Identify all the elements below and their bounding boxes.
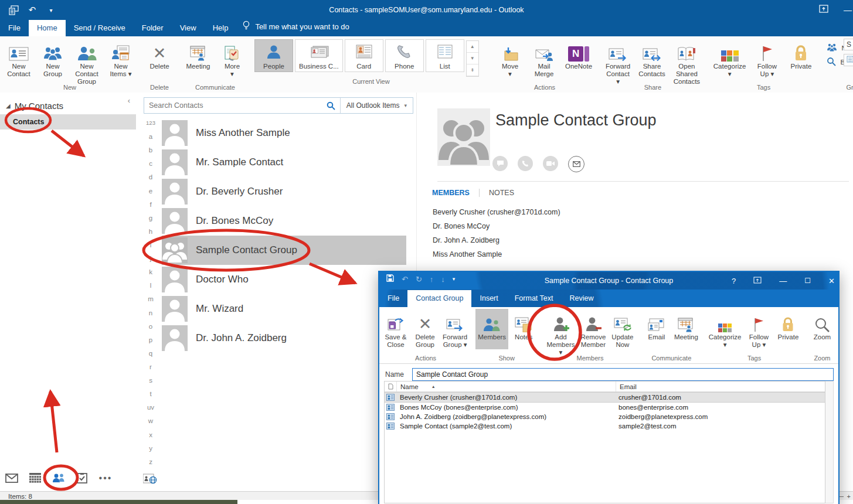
follow-up-button[interactable]: Follow Up ▾ bbox=[750, 38, 783, 79]
share-contacts-button[interactable]: Share Contacts bbox=[635, 38, 668, 79]
undo-icon[interactable]: ↶ bbox=[402, 275, 408, 284]
dialog-tab-format-text[interactable]: Format Text bbox=[507, 290, 562, 307]
tab-members[interactable]: MEMBERS bbox=[429, 188, 473, 198]
open-shared-contacts-button[interactable]: Open Shared Contacts bbox=[670, 38, 704, 79]
delete-group-button[interactable]: ✕ Delete Group bbox=[411, 309, 439, 349]
alphabet-index-x[interactable]: x bbox=[149, 431, 152, 438]
new-group-button[interactable]: New Group bbox=[36, 38, 69, 79]
categorize-button-dialog[interactable]: Categorize ▾ bbox=[706, 309, 744, 349]
private-button-dialog[interactable]: Private bbox=[774, 309, 802, 349]
delete-button[interactable]: ✕ Delete bbox=[143, 38, 176, 79]
tell-me-box[interactable]: Tell me what you want to do bbox=[236, 21, 355, 36]
video-icon[interactable] bbox=[543, 156, 558, 171]
dialog-tab-insert[interactable]: Insert bbox=[471, 290, 506, 307]
ribbon-display-options-icon[interactable] bbox=[753, 277, 762, 285]
name-column-header[interactable]: Name ▲ bbox=[397, 382, 616, 391]
more-button[interactable]: More ▾ bbox=[216, 38, 249, 79]
dialog-tab-contact-group[interactable]: Contact Group bbox=[407, 290, 471, 307]
tab-home[interactable]: Home bbox=[29, 20, 66, 36]
view-phone[interactable]: Phone bbox=[385, 39, 424, 72]
collapse-folder-pane-icon[interactable]: ‹ bbox=[128, 96, 130, 105]
alphabet-index-m[interactable]: m bbox=[148, 295, 154, 302]
alphabet-index-q[interactable]: q bbox=[149, 350, 152, 357]
member-item[interactable]: Beverly Crusher (crusher@1701d.com) bbox=[433, 205, 560, 219]
dialog-tab-file[interactable]: File bbox=[379, 290, 407, 307]
alphabet-index-a[interactable]: a bbox=[149, 133, 152, 140]
customize-qat-icon[interactable]: ▾ bbox=[46, 5, 56, 15]
search-icon[interactable] bbox=[322, 101, 340, 110]
move-button[interactable]: Move ▾ bbox=[494, 38, 526, 79]
alphabet-index-i[interactable]: i bbox=[150, 241, 152, 248]
alphabet-index-s[interactable]: s bbox=[149, 377, 152, 384]
alphabet-index-123[interactable]: 123 bbox=[146, 120, 155, 127]
email-button[interactable]: Email bbox=[643, 309, 671, 349]
alphabet-index-w[interactable]: w bbox=[148, 417, 153, 424]
gallery-scroll-up[interactable]: ▲ bbox=[467, 41, 478, 53]
update-now-button[interactable]: Update Now bbox=[609, 309, 637, 349]
call-icon[interactable] bbox=[518, 156, 533, 171]
group-name-input[interactable] bbox=[412, 368, 834, 381]
alphabet-index-f[interactable]: f bbox=[149, 201, 151, 208]
add-members-button[interactable]: Add Members ▾ bbox=[543, 309, 578, 349]
member-table-row[interactable]: Bones McCoy (bones@enterprise.com)bones@… bbox=[385, 403, 825, 412]
private-button[interactable]: Private bbox=[784, 38, 817, 79]
alphabet-index-c[interactable]: c bbox=[149, 160, 152, 167]
minimize-button[interactable]: — bbox=[844, 5, 852, 15]
chat-icon[interactable] bbox=[492, 156, 508, 171]
search-people-partial-button[interactable]: S bbox=[844, 39, 853, 50]
qat-window-icon[interactable] bbox=[8, 5, 19, 15]
notes-show-button[interactable]: Notes bbox=[509, 309, 538, 349]
alphabet-index-r[interactable]: r bbox=[149, 363, 152, 370]
tab-folder[interactable]: Folder bbox=[134, 20, 172, 36]
new-contact-group-button[interactable]: New Contact Group bbox=[70, 38, 103, 79]
minimize-button[interactable]: — bbox=[779, 277, 787, 285]
categorize-button[interactable]: Categorize ▾ bbox=[710, 38, 750, 79]
zoom-slider-partial[interactable]: + bbox=[838, 493, 851, 500]
contact-search-globe-icon[interactable] bbox=[143, 474, 157, 486]
ribbon-display-options-icon[interactable] bbox=[819, 5, 828, 15]
alphabet-index-k[interactable]: k bbox=[149, 268, 152, 275]
address-book-partial-icon[interactable] bbox=[844, 54, 853, 66]
alphabet-index-h[interactable]: h bbox=[149, 228, 152, 235]
close-button[interactable]: ✕ bbox=[828, 277, 835, 285]
view-list[interactable]: List bbox=[426, 39, 464, 72]
nav-tasks-icon[interactable] bbox=[70, 473, 94, 483]
next-item-icon[interactable]: ↓ bbox=[441, 275, 445, 284]
alphabet-index-l[interactable]: l bbox=[150, 282, 152, 289]
alphabet-index-n[interactable]: n bbox=[149, 309, 152, 316]
onenote-button[interactable]: N OneNote bbox=[562, 38, 596, 79]
nav-mail-icon[interactable] bbox=[0, 474, 23, 483]
mail-merge-button[interactable]: Mail Merge bbox=[528, 38, 560, 79]
alphabet-index-j[interactable]: j bbox=[150, 255, 152, 262]
alphabet-index-d[interactable]: d bbox=[149, 173, 152, 181]
previous-item-icon[interactable]: ↑ bbox=[430, 275, 434, 284]
gallery-scroll-down[interactable]: ▼ bbox=[467, 53, 478, 64]
contact-list-item[interactable]: Miss Another Sample bbox=[162, 118, 416, 148]
members-show-button[interactable]: Members bbox=[475, 309, 508, 349]
nav-calendar-icon[interactable] bbox=[23, 473, 47, 483]
alphabet-index-b[interactable]: b bbox=[149, 147, 152, 154]
customize-qat-icon[interactable]: ▾ bbox=[453, 276, 456, 282]
contact-list-item[interactable]: Mr. Sample Contact bbox=[162, 148, 416, 177]
follow-up-button-dialog[interactable]: Follow Up ▾ bbox=[745, 309, 773, 349]
help-icon[interactable]: ? bbox=[732, 277, 736, 285]
member-table-row[interactable]: Sample Contact (sample2@test.com)sample2… bbox=[385, 421, 825, 431]
contact-list-item[interactable]: Sample Contact Group bbox=[162, 236, 406, 265]
contact-list-item[interactable]: Dr. Bones McCoy bbox=[162, 206, 416, 236]
alphabet-index-o[interactable]: o bbox=[149, 323, 152, 330]
nav-more-icon[interactable]: ••• bbox=[94, 473, 117, 483]
save-icon[interactable] bbox=[386, 274, 394, 284]
alphabet-index-uv[interactable]: uv bbox=[147, 404, 154, 411]
member-item[interactable]: Miss Another Sample bbox=[433, 247, 560, 261]
alphabet-index-e[interactable]: e bbox=[149, 188, 152, 195]
new-contact-button[interactable]: New Contact bbox=[2, 38, 35, 79]
member-table-row[interactable]: John A. Zoidberg (zoidberg@planetexpress… bbox=[385, 412, 825, 421]
zoom-button[interactable]: Zoom bbox=[808, 309, 836, 349]
member-item[interactable]: Dr. John A. Zoidberg bbox=[433, 233, 560, 247]
tab-help[interactable]: Help bbox=[205, 20, 237, 36]
item-type-column-icon[interactable] bbox=[385, 382, 397, 391]
forward-contact-button[interactable]: Forward Contact ▾ bbox=[601, 38, 634, 79]
search-scope-dropdown[interactable]: All Outlook Items ▾ bbox=[340, 98, 413, 113]
view-business-card[interactable]: Business C... bbox=[295, 39, 343, 72]
contact-list-item[interactable]: Dr. Beverly Crusher bbox=[162, 177, 416, 206]
